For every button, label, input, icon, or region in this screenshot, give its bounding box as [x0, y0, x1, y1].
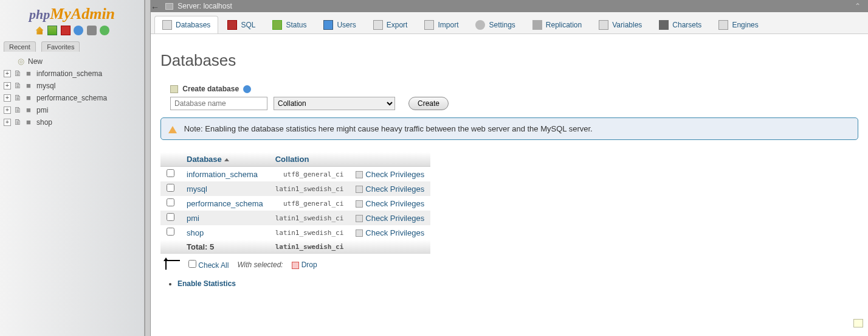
db-icon: 🗎: [14, 68, 22, 79]
row-collation: utf8_general_ci: [269, 167, 350, 182]
tab-export[interactable]: Export: [365, 16, 416, 33]
tab-databases[interactable]: Databases: [154, 16, 218, 33]
check-privileges-link[interactable]: Check Privileges: [365, 214, 424, 223]
expand-icon[interactable]: +: [4, 82, 11, 89]
expand-icon[interactable]: +: [4, 119, 11, 126]
databases-table: Database Collation information_schemautf…: [160, 152, 430, 254]
select-arrow-icon: [165, 260, 180, 270]
check-all-checkbox[interactable]: [188, 260, 196, 268]
notice-box: Note: Enabling the database statistics h…: [160, 117, 858, 140]
import-icon: [424, 20, 434, 30]
check-privileges-link[interactable]: Check Privileges: [365, 170, 424, 179]
console-toggle-icon[interactable]: [853, 319, 863, 327]
nav-tab-favorites[interactable]: Favorites: [41, 41, 80, 52]
row-checkbox[interactable]: [167, 169, 174, 177]
drop-link[interactable]: Drop: [292, 261, 317, 269]
check-privileges-link[interactable]: Check Privileges: [365, 199, 424, 208]
page-title: Databases: [160, 51, 858, 70]
help-icon[interactable]: [243, 85, 251, 93]
tree-item[interactable]: +🗎■performance_schema: [2, 92, 142, 104]
db-icon: 🗎: [14, 117, 22, 128]
privileges-icon: [356, 229, 363, 237]
check-privileges-link[interactable]: Check Privileges: [365, 228, 424, 237]
tab-variables[interactable]: Variables: [591, 16, 650, 33]
db-icon: ■: [26, 80, 35, 91]
logo[interactable]: phpMyAdmin: [0, 0, 144, 26]
db-icon: ■: [26, 105, 35, 116]
tab-sql[interactable]: SQL: [219, 16, 263, 33]
privileges-icon: [356, 200, 363, 208]
tab-import[interactable]: Import: [416, 16, 466, 33]
check-privileges-link[interactable]: Check Privileges: [365, 184, 424, 194]
db-icon: 🗎: [14, 80, 22, 91]
panel-divider[interactable]: [145, 0, 151, 336]
nav-settings-icon[interactable]: [87, 26, 97, 35]
col-collation[interactable]: Collation: [269, 152, 350, 167]
privileges-icon: [356, 171, 363, 178]
create-button[interactable]: Create: [408, 97, 449, 110]
tab-label: Databases: [176, 21, 210, 29]
tree-item[interactable]: +🗎■pmi: [2, 104, 142, 116]
row-checkbox[interactable]: [167, 198, 174, 206]
db-icon: 🗎: [14, 105, 22, 116]
tab-charsets[interactable]: Charsets: [651, 16, 709, 33]
row-checkbox[interactable]: [167, 213, 174, 221]
row-checkbox[interactable]: [167, 184, 174, 192]
nav-tab-recent[interactable]: Recent: [4, 41, 36, 52]
export-icon: [373, 20, 383, 30]
db-icon: ■: [26, 93, 35, 103]
home-icon[interactable]: [35, 26, 44, 35]
tree-new[interactable]: ◎ New: [2, 55, 142, 68]
expand-icon[interactable]: +: [4, 107, 11, 114]
db-tree: ◎ New +🗎■information_schema+🗎■mysql+🗎■pe…: [0, 52, 144, 132]
row-checkbox[interactable]: [167, 228, 174, 236]
databases-icon: [162, 20, 172, 30]
db-link[interactable]: pmi: [187, 214, 199, 223]
tab-settings[interactable]: Settings: [467, 16, 523, 33]
tree-item-label: pmi: [36, 105, 48, 116]
tab-status[interactable]: Status: [264, 16, 314, 33]
col-database[interactable]: Database: [181, 152, 269, 167]
reload-icon[interactable]: [100, 26, 109, 35]
privileges-icon: [356, 186, 363, 193]
tab-label: Settings: [489, 21, 515, 29]
db-link[interactable]: mysql: [187, 184, 207, 194]
db-link[interactable]: shop: [187, 228, 204, 237]
total-label: Total: 5: [181, 240, 269, 254]
db-name-input[interactable]: [170, 97, 267, 110]
tree-item[interactable]: +🗎■mysql: [2, 80, 142, 92]
breadcrumb-collapse-icon[interactable]: ⌃: [855, 1, 866, 11]
enable-statistics-link[interactable]: Enable Statistics: [177, 279, 236, 288]
replication-icon: [532, 20, 542, 30]
logout-icon[interactable]: [47, 26, 57, 35]
table-row: information_schemautf8_general_ciCheck P…: [160, 167, 430, 182]
tab-replication[interactable]: Replication: [525, 16, 590, 33]
tab-label: Users: [337, 21, 356, 29]
breadcrumb-server-name[interactable]: localhost: [203, 2, 232, 10]
db-link[interactable]: information_schema: [187, 170, 258, 179]
top-tabs: DatabasesSQLStatusUsersExportImportSetti…: [151, 12, 868, 34]
settings-icon: [475, 20, 485, 30]
db-link[interactable]: performance_schema: [187, 199, 263, 208]
tree-item-label: mysql: [36, 80, 55, 91]
privileges-icon: [356, 215, 363, 222]
tree-item[interactable]: +🗎■information_schema: [2, 68, 142, 80]
expand-icon[interactable]: +: [4, 70, 11, 77]
expand-icon[interactable]: +: [4, 94, 11, 102]
sort-asc-icon: [224, 158, 229, 161]
breadcrumb-server-label: Server:: [177, 2, 201, 10]
variables-icon: [599, 20, 608, 30]
warning-icon: [168, 126, 177, 133]
tab-engines[interactable]: Engines: [711, 16, 766, 33]
query-window-icon[interactable]: [61, 26, 71, 35]
collation-select[interactable]: Collation: [274, 97, 395, 110]
check-all[interactable]: Check All: [188, 260, 229, 270]
docs-icon[interactable]: [74, 26, 83, 35]
table-row: pmilatin1_swedish_ciCheck Privileges: [160, 211, 430, 225]
tab-label: Export: [387, 21, 408, 29]
with-selected-label: With selected:: [237, 261, 283, 269]
nav-back-icon[interactable]: ←: [151, 2, 162, 12]
tree-item[interactable]: +🗎■shop: [2, 116, 142, 128]
tab-users[interactable]: Users: [315, 16, 363, 33]
breadcrumb-bar: Server: localhost ⌃: [151, 0, 868, 12]
